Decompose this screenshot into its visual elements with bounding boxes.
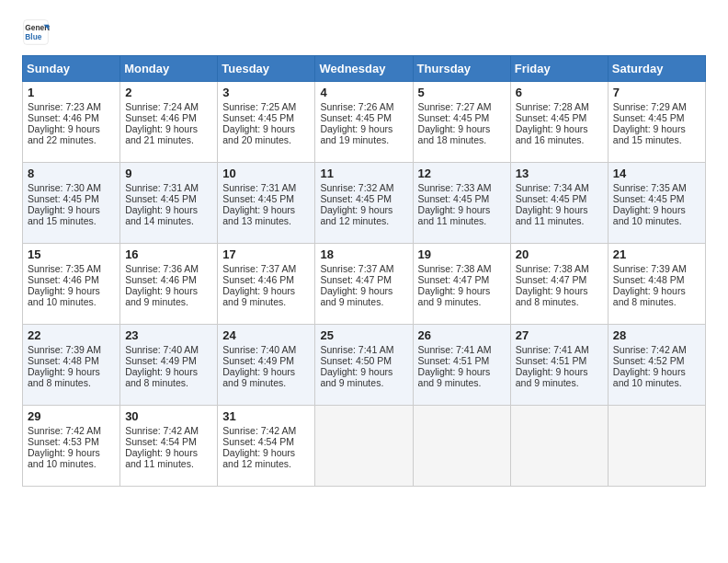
day-number: 25: [320, 328, 407, 342]
calendar-cell: 21Sunrise: 7:39 AMSunset: 4:48 PMDayligh…: [608, 244, 705, 325]
sunset-text: Sunset: 4:45 PM: [222, 193, 294, 204]
sunset-text: Sunset: 4:46 PM: [222, 274, 294, 285]
sunrise-text: Sunrise: 7:25 AM: [222, 101, 296, 112]
header-monday: Monday: [120, 56, 218, 82]
calendar-cell: 1Sunrise: 7:23 AMSunset: 4:46 PMDaylight…: [23, 82, 120, 163]
daylight-text: Daylight: 9 hours and 15 minutes.: [613, 123, 686, 145]
sunset-text: Sunset: 4:45 PM: [222, 112, 294, 123]
sunset-text: Sunset: 4:45 PM: [418, 112, 490, 123]
daylight-text: Daylight: 9 hours and 8 minutes.: [125, 366, 198, 388]
calendar-cell: 9Sunrise: 7:31 AMSunset: 4:45 PMDaylight…: [120, 163, 218, 244]
day-number: 7: [613, 86, 700, 99]
day-number: 11: [320, 167, 407, 180]
day-number: 17: [222, 247, 310, 261]
sunrise-text: Sunrise: 7:37 AM: [222, 263, 296, 274]
daylight-text: Daylight: 9 hours and 11 minutes.: [418, 204, 491, 226]
sunset-text: Sunset: 4:47 PM: [320, 274, 392, 285]
day-number: 28: [613, 328, 700, 342]
calendar-cell: 22Sunrise: 7:39 AMSunset: 4:48 PMDayligh…: [23, 325, 120, 406]
sunrise-text: Sunrise: 7:40 AM: [222, 344, 296, 355]
header-thursday: Thursday: [413, 56, 510, 82]
sunset-text: Sunset: 4:45 PM: [516, 193, 587, 204]
daylight-text: Daylight: 9 hours and 22 minutes.: [28, 123, 100, 145]
sunrise-text: Sunrise: 7:23 AM: [28, 101, 101, 112]
daylight-text: Daylight: 9 hours and 18 minutes.: [418, 123, 491, 145]
sunset-text: Sunset: 4:45 PM: [418, 193, 490, 204]
sunset-text: Sunset: 4:52 PM: [613, 355, 685, 366]
daylight-text: Daylight: 9 hours and 9 minutes.: [222, 285, 295, 307]
day-number: 31: [222, 409, 310, 423]
day-number: 20: [516, 247, 603, 261]
sunset-text: Sunset: 4:49 PM: [125, 355, 197, 366]
daylight-text: Daylight: 9 hours and 10 minutes.: [613, 204, 686, 226]
sunrise-text: Sunrise: 7:36 AM: [125, 263, 199, 274]
calendar-cell: 31Sunrise: 7:42 AMSunset: 4:54 PMDayligh…: [218, 406, 315, 487]
sunrise-text: Sunrise: 7:39 AM: [613, 263, 687, 274]
sunset-text: Sunset: 4:45 PM: [125, 193, 197, 204]
sunset-text: Sunset: 4:48 PM: [613, 274, 685, 285]
week-row: 8Sunrise: 7:30 AMSunset: 4:45 PMDaylight…: [23, 163, 706, 244]
sunrise-text: Sunrise: 7:41 AM: [516, 344, 589, 355]
header-friday: Friday: [510, 56, 608, 82]
header-saturday: Saturday: [608, 56, 705, 82]
calendar-cell: 5Sunrise: 7:27 AMSunset: 4:45 PMDaylight…: [413, 82, 510, 163]
sunset-text: Sunset: 4:51 PM: [516, 355, 587, 366]
sunset-text: Sunset: 4:46 PM: [125, 112, 197, 123]
daylight-text: Daylight: 9 hours and 15 minutes.: [28, 204, 100, 226]
calendar-cell: 6Sunrise: 7:28 AMSunset: 4:45 PMDaylight…: [510, 82, 608, 163]
daylight-text: Daylight: 9 hours and 10 minutes.: [613, 366, 686, 388]
sunrise-text: Sunrise: 7:35 AM: [613, 182, 687, 193]
calendar-cell: 14Sunrise: 7:35 AMSunset: 4:45 PMDayligh…: [608, 163, 705, 244]
sunrise-text: Sunrise: 7:42 AM: [613, 344, 687, 355]
calendar-cell: 29Sunrise: 7:42 AMSunset: 4:53 PMDayligh…: [23, 406, 120, 487]
day-number: 18: [320, 247, 407, 261]
day-number: 19: [418, 247, 506, 261]
sunrise-text: Sunrise: 7:34 AM: [516, 182, 589, 193]
sunset-text: Sunset: 4:45 PM: [613, 112, 685, 123]
day-number: 15: [28, 247, 115, 261]
calendar-cell: 11Sunrise: 7:32 AMSunset: 4:45 PMDayligh…: [315, 163, 413, 244]
sunrise-text: Sunrise: 7:30 AM: [28, 182, 101, 193]
calendar-cell: 24Sunrise: 7:40 AMSunset: 4:49 PMDayligh…: [218, 325, 315, 406]
day-number: 4: [320, 86, 407, 99]
day-number: 1: [28, 86, 115, 99]
daylight-text: Daylight: 9 hours and 19 minutes.: [320, 123, 392, 145]
daylight-text: Daylight: 9 hours and 14 minutes.: [125, 204, 198, 226]
calendar-cell: 20Sunrise: 7:38 AMSunset: 4:47 PMDayligh…: [510, 244, 608, 325]
calendar-cell: 18Sunrise: 7:37 AMSunset: 4:47 PMDayligh…: [315, 244, 413, 325]
page-header: General Blue: [22, 18, 706, 46]
daylight-text: Daylight: 9 hours and 13 minutes.: [222, 204, 295, 226]
day-number: 29: [28, 409, 115, 423]
calendar-cell: 3Sunrise: 7:25 AMSunset: 4:45 PMDaylight…: [218, 82, 315, 163]
calendar-cell: 19Sunrise: 7:38 AMSunset: 4:47 PMDayligh…: [413, 244, 510, 325]
calendar-cell: 7Sunrise: 7:29 AMSunset: 4:45 PMDaylight…: [608, 82, 705, 163]
calendar-cell: 15Sunrise: 7:35 AMSunset: 4:46 PMDayligh…: [23, 244, 120, 325]
day-number: 14: [613, 167, 700, 180]
day-number: 26: [418, 328, 506, 342]
sunrise-text: Sunrise: 7:28 AM: [516, 101, 589, 112]
sunset-text: Sunset: 4:45 PM: [320, 193, 392, 204]
logo: General Blue: [22, 18, 50, 46]
day-number: 9: [125, 167, 212, 180]
calendar-cell: [413, 406, 510, 487]
header-row: SundayMondayTuesdayWednesdayThursdayFrid…: [23, 56, 706, 82]
sunrise-text: Sunrise: 7:41 AM: [320, 344, 393, 355]
daylight-text: Daylight: 9 hours and 20 minutes.: [222, 123, 295, 145]
calendar-cell: [510, 406, 608, 487]
daylight-text: Daylight: 9 hours and 12 minutes.: [222, 447, 295, 469]
sunset-text: Sunset: 4:48 PM: [28, 355, 99, 366]
daylight-text: Daylight: 9 hours and 9 minutes.: [418, 366, 491, 388]
calendar-cell: 2Sunrise: 7:24 AMSunset: 4:46 PMDaylight…: [120, 82, 218, 163]
calendar-cell: 25Sunrise: 7:41 AMSunset: 4:50 PMDayligh…: [315, 325, 413, 406]
sunrise-text: Sunrise: 7:37 AM: [320, 263, 393, 274]
calendar-cell: 26Sunrise: 7:41 AMSunset: 4:51 PMDayligh…: [413, 325, 510, 406]
daylight-text: Daylight: 9 hours and 9 minutes.: [320, 366, 392, 388]
day-number: 30: [125, 409, 212, 423]
week-row: 15Sunrise: 7:35 AMSunset: 4:46 PMDayligh…: [23, 244, 706, 325]
sunrise-text: Sunrise: 7:42 AM: [28, 425, 101, 436]
sunset-text: Sunset: 4:50 PM: [320, 355, 392, 366]
sunset-text: Sunset: 4:47 PM: [516, 274, 587, 285]
week-row: 29Sunrise: 7:42 AMSunset: 4:53 PMDayligh…: [23, 406, 706, 487]
calendar-table: SundayMondayTuesdayWednesdayThursdayFrid…: [22, 55, 706, 487]
daylight-text: Daylight: 9 hours and 11 minutes.: [516, 204, 588, 226]
